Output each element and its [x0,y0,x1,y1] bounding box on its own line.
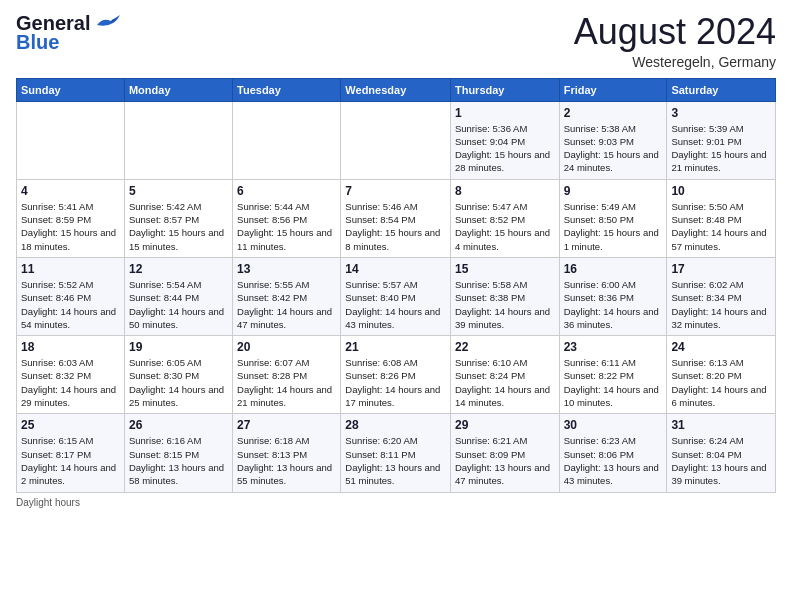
calendar-cell [341,101,451,179]
day-number: 12 [129,262,228,276]
day-number: 21 [345,340,446,354]
calendar-cell: 19Sunrise: 6:05 AMSunset: 8:30 PMDayligh… [124,336,232,414]
calendar-week-row: 1Sunrise: 5:36 AMSunset: 9:04 PMDaylight… [17,101,776,179]
calendar-day-header: Friday [559,78,667,101]
day-info: Sunrise: 5:54 AMSunset: 8:44 PMDaylight:… [129,278,228,331]
day-number: 2 [564,106,663,120]
calendar-week-row: 11Sunrise: 5:52 AMSunset: 8:46 PMDayligh… [17,257,776,335]
calendar-cell [17,101,125,179]
calendar-cell: 21Sunrise: 6:08 AMSunset: 8:26 PMDayligh… [341,336,451,414]
day-number: 29 [455,418,555,432]
calendar-cell: 27Sunrise: 6:18 AMSunset: 8:13 PMDayligh… [233,414,341,492]
calendar-cell: 5Sunrise: 5:42 AMSunset: 8:57 PMDaylight… [124,179,232,257]
calendar-cell: 13Sunrise: 5:55 AMSunset: 8:42 PMDayligh… [233,257,341,335]
day-info: Sunrise: 5:50 AMSunset: 8:48 PMDaylight:… [671,200,771,253]
day-number: 6 [237,184,336,198]
day-number: 9 [564,184,663,198]
calendar-cell: 24Sunrise: 6:13 AMSunset: 8:20 PMDayligh… [667,336,776,414]
calendar-week-row: 4Sunrise: 5:41 AMSunset: 8:59 PMDaylight… [17,179,776,257]
calendar-cell: 15Sunrise: 5:58 AMSunset: 8:38 PMDayligh… [450,257,559,335]
day-number: 17 [671,262,771,276]
header: General Blue August 2024 Westeregeln, Ge… [16,12,776,70]
calendar-week-row: 25Sunrise: 6:15 AMSunset: 8:17 PMDayligh… [17,414,776,492]
day-info: Sunrise: 6:18 AMSunset: 8:13 PMDaylight:… [237,434,336,487]
location-subtitle: Westeregeln, Germany [574,54,776,70]
day-number: 16 [564,262,663,276]
day-info: Sunrise: 6:13 AMSunset: 8:20 PMDaylight:… [671,356,771,409]
day-number: 4 [21,184,120,198]
day-number: 1 [455,106,555,120]
calendar-cell: 17Sunrise: 6:02 AMSunset: 8:34 PMDayligh… [667,257,776,335]
calendar-cell: 29Sunrise: 6:21 AMSunset: 8:09 PMDayligh… [450,414,559,492]
calendar-cell: 4Sunrise: 5:41 AMSunset: 8:59 PMDaylight… [17,179,125,257]
day-info: Sunrise: 6:10 AMSunset: 8:24 PMDaylight:… [455,356,555,409]
logo-blue: Blue [16,31,59,54]
calendar-cell: 9Sunrise: 5:49 AMSunset: 8:50 PMDaylight… [559,179,667,257]
day-info: Sunrise: 5:36 AMSunset: 9:04 PMDaylight:… [455,122,555,175]
day-number: 3 [671,106,771,120]
day-number: 31 [671,418,771,432]
calendar-cell: 28Sunrise: 6:20 AMSunset: 8:11 PMDayligh… [341,414,451,492]
day-info: Sunrise: 6:00 AMSunset: 8:36 PMDaylight:… [564,278,663,331]
day-info: Sunrise: 5:42 AMSunset: 8:57 PMDaylight:… [129,200,228,253]
day-info: Sunrise: 6:11 AMSunset: 8:22 PMDaylight:… [564,356,663,409]
day-info: Sunrise: 6:05 AMSunset: 8:30 PMDaylight:… [129,356,228,409]
calendar-day-header: Thursday [450,78,559,101]
calendar-cell: 22Sunrise: 6:10 AMSunset: 8:24 PMDayligh… [450,336,559,414]
title-area: August 2024 Westeregeln, Germany [574,12,776,70]
calendar-cell: 12Sunrise: 5:54 AMSunset: 8:44 PMDayligh… [124,257,232,335]
calendar-cell: 23Sunrise: 6:11 AMSunset: 8:22 PMDayligh… [559,336,667,414]
day-info: Sunrise: 6:21 AMSunset: 8:09 PMDaylight:… [455,434,555,487]
day-info: Sunrise: 5:52 AMSunset: 8:46 PMDaylight:… [21,278,120,331]
day-info: Sunrise: 6:02 AMSunset: 8:34 PMDaylight:… [671,278,771,331]
day-info: Sunrise: 6:07 AMSunset: 8:28 PMDaylight:… [237,356,336,409]
day-info: Sunrise: 6:16 AMSunset: 8:15 PMDaylight:… [129,434,228,487]
calendar-cell: 2Sunrise: 5:38 AMSunset: 9:03 PMDaylight… [559,101,667,179]
calendar-cell: 10Sunrise: 5:50 AMSunset: 8:48 PMDayligh… [667,179,776,257]
calendar-cell: 30Sunrise: 6:23 AMSunset: 8:06 PMDayligh… [559,414,667,492]
calendar-cell: 16Sunrise: 6:00 AMSunset: 8:36 PMDayligh… [559,257,667,335]
day-number: 25 [21,418,120,432]
day-info: Sunrise: 5:46 AMSunset: 8:54 PMDaylight:… [345,200,446,253]
day-info: Sunrise: 5:49 AMSunset: 8:50 PMDaylight:… [564,200,663,253]
calendar-header-row: SundayMondayTuesdayWednesdayThursdayFrid… [17,78,776,101]
calendar-cell [124,101,232,179]
day-number: 24 [671,340,771,354]
day-number: 30 [564,418,663,432]
logo: General Blue [16,12,121,54]
calendar-cell: 14Sunrise: 5:57 AMSunset: 8:40 PMDayligh… [341,257,451,335]
day-info: Sunrise: 5:47 AMSunset: 8:52 PMDaylight:… [455,200,555,253]
calendar-day-header: Wednesday [341,78,451,101]
day-number: 19 [129,340,228,354]
calendar-cell: 6Sunrise: 5:44 AMSunset: 8:56 PMDaylight… [233,179,341,257]
calendar-cell: 3Sunrise: 5:39 AMSunset: 9:01 PMDaylight… [667,101,776,179]
calendar-cell: 20Sunrise: 6:07 AMSunset: 8:28 PMDayligh… [233,336,341,414]
day-info: Sunrise: 6:23 AMSunset: 8:06 PMDaylight:… [564,434,663,487]
day-info: Sunrise: 6:20 AMSunset: 8:11 PMDaylight:… [345,434,446,487]
day-info: Sunrise: 5:44 AMSunset: 8:56 PMDaylight:… [237,200,336,253]
day-number: 5 [129,184,228,198]
day-number: 23 [564,340,663,354]
calendar-cell: 7Sunrise: 5:46 AMSunset: 8:54 PMDaylight… [341,179,451,257]
day-number: 15 [455,262,555,276]
day-number: 13 [237,262,336,276]
logo-bird-icon [93,13,121,31]
calendar-day-header: Tuesday [233,78,341,101]
calendar-week-row: 18Sunrise: 6:03 AMSunset: 8:32 PMDayligh… [17,336,776,414]
day-info: Sunrise: 5:55 AMSunset: 8:42 PMDaylight:… [237,278,336,331]
calendar-day-header: Saturday [667,78,776,101]
calendar-cell: 25Sunrise: 6:15 AMSunset: 8:17 PMDayligh… [17,414,125,492]
page: General Blue August 2024 Westeregeln, Ge… [0,0,792,612]
day-number: 26 [129,418,228,432]
calendar-cell [233,101,341,179]
day-info: Sunrise: 5:38 AMSunset: 9:03 PMDaylight:… [564,122,663,175]
day-number: 14 [345,262,446,276]
calendar-cell: 31Sunrise: 6:24 AMSunset: 8:04 PMDayligh… [667,414,776,492]
calendar-day-header: Monday [124,78,232,101]
footer-note: Daylight hours [16,497,776,508]
calendar-cell: 11Sunrise: 5:52 AMSunset: 8:46 PMDayligh… [17,257,125,335]
day-info: Sunrise: 5:39 AMSunset: 9:01 PMDaylight:… [671,122,771,175]
day-info: Sunrise: 6:03 AMSunset: 8:32 PMDaylight:… [21,356,120,409]
calendar-cell: 8Sunrise: 5:47 AMSunset: 8:52 PMDaylight… [450,179,559,257]
day-number: 22 [455,340,555,354]
